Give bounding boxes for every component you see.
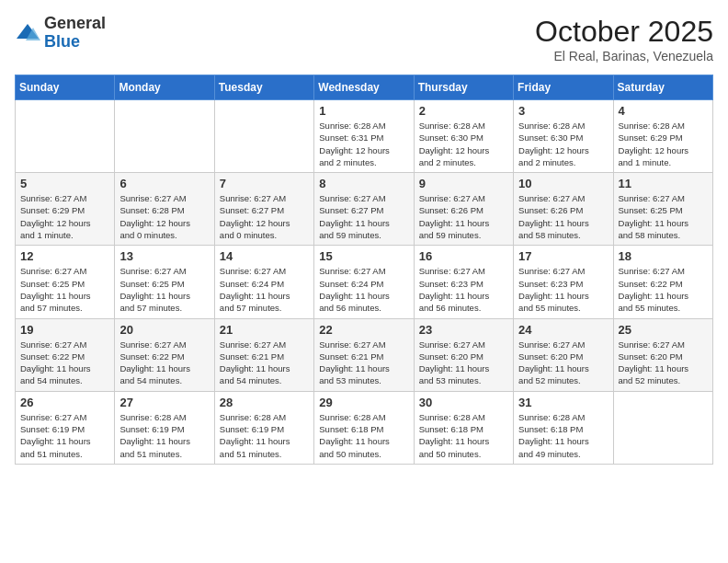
day-number: 15 [319, 249, 408, 263]
calendar-cell: 6Sunrise: 6:27 AM Sunset: 6:28 PM Daylig… [115, 173, 214, 246]
calendar-cell [115, 100, 214, 173]
day-header-tuesday: Tuesday [214, 75, 313, 100]
day-header-monday: Monday [115, 75, 214, 100]
day-number: 27 [119, 396, 209, 409]
calendar-cell: 2Sunrise: 6:28 AM Sunset: 6:30 PM Daylig… [414, 100, 513, 173]
day-info: Sunrise: 6:28 AM Sunset: 6:19 PM Dayligh… [119, 411, 209, 460]
day-info: Sunrise: 6:27 AM Sunset: 6:25 PM Dayligh… [20, 265, 109, 314]
calendar-cell: 20Sunrise: 6:27 AM Sunset: 6:22 PM Dayli… [115, 318, 214, 391]
day-number: 5 [20, 177, 109, 190]
day-info: Sunrise: 6:28 AM Sunset: 6:30 PM Dayligh… [419, 120, 508, 168]
calendar-cell: 22Sunrise: 6:27 AM Sunset: 6:21 PM Dayli… [314, 318, 414, 391]
calendar-header-row: SundayMondayTuesdayWednesdayThursdayFrid… [16, 75, 713, 100]
day-info: Sunrise: 6:28 AM Sunset: 6:18 PM Dayligh… [518, 411, 608, 460]
day-number: 24 [518, 323, 608, 337]
calendar-cell: 26Sunrise: 6:27 AM Sunset: 6:19 PM Dayli… [16, 391, 115, 464]
day-info: Sunrise: 6:28 AM Sunset: 6:18 PM Dayligh… [419, 411, 508, 460]
calendar-week-5: 26Sunrise: 6:27 AM Sunset: 6:19 PM Dayli… [16, 391, 713, 464]
day-number: 31 [518, 396, 608, 409]
day-info: Sunrise: 6:28 AM Sunset: 6:29 PM Dayligh… [619, 120, 708, 168]
day-info: Sunrise: 6:27 AM Sunset: 6:20 PM Dayligh… [619, 339, 708, 387]
day-number: 9 [419, 177, 508, 190]
day-info: Sunrise: 6:27 AM Sunset: 6:22 PM Dayligh… [119, 339, 209, 387]
calendar-cell: 23Sunrise: 6:27 AM Sunset: 6:20 PM Dayli… [414, 318, 513, 391]
day-number: 30 [419, 396, 508, 409]
day-number: 22 [319, 323, 408, 337]
calendar-cell: 29Sunrise: 6:28 AM Sunset: 6:18 PM Dayli… [314, 391, 414, 464]
day-info: Sunrise: 6:27 AM Sunset: 6:19 PM Dayligh… [20, 411, 109, 460]
calendar-cell [16, 100, 115, 173]
calendar-cell: 11Sunrise: 6:27 AM Sunset: 6:25 PM Dayli… [613, 173, 712, 246]
logo-icon [15, 20, 40, 46]
month-title: October 2025 [535, 15, 713, 49]
day-number: 26 [20, 396, 109, 409]
day-number: 7 [220, 177, 309, 190]
day-info: Sunrise: 6:27 AM Sunset: 6:24 PM Dayligh… [220, 265, 309, 314]
calendar-cell: 14Sunrise: 6:27 AM Sunset: 6:24 PM Dayli… [214, 246, 313, 318]
day-info: Sunrise: 6:27 AM Sunset: 6:27 PM Dayligh… [319, 192, 408, 241]
day-info: Sunrise: 6:27 AM Sunset: 6:29 PM Dayligh… [20, 192, 109, 241]
calendar-cell: 18Sunrise: 6:27 AM Sunset: 6:22 PM Dayli… [613, 246, 712, 318]
day-header-sunday: Sunday [16, 75, 115, 100]
day-info: Sunrise: 6:27 AM Sunset: 6:23 PM Dayligh… [518, 265, 608, 314]
calendar-week-1: 1Sunrise: 6:28 AM Sunset: 6:31 PM Daylig… [16, 100, 713, 173]
logo-blue: Blue [44, 33, 106, 52]
day-info: Sunrise: 6:27 AM Sunset: 6:28 PM Dayligh… [119, 192, 209, 241]
day-number: 18 [619, 249, 708, 263]
day-number: 25 [619, 323, 708, 337]
day-number: 8 [319, 177, 408, 190]
calendar-cell: 3Sunrise: 6:28 AM Sunset: 6:30 PM Daylig… [514, 100, 613, 173]
calendar: SundayMondayTuesdayWednesdayThursdayFrid… [15, 75, 713, 465]
day-number: 1 [319, 104, 408, 118]
day-number: 28 [220, 396, 309, 409]
day-number: 13 [119, 249, 209, 263]
day-number: 4 [619, 104, 708, 118]
logo: General Blue [15, 15, 106, 52]
day-info: Sunrise: 6:27 AM Sunset: 6:26 PM Dayligh… [518, 192, 608, 241]
calendar-cell: 31Sunrise: 6:28 AM Sunset: 6:18 PM Dayli… [514, 391, 613, 464]
day-info: Sunrise: 6:27 AM Sunset: 6:25 PM Dayligh… [619, 192, 708, 241]
calendar-cell [214, 100, 313, 173]
day-number: 11 [619, 177, 708, 190]
day-info: Sunrise: 6:27 AM Sunset: 6:27 PM Dayligh… [220, 192, 309, 241]
day-info: Sunrise: 6:27 AM Sunset: 6:20 PM Dayligh… [518, 339, 608, 387]
day-number: 19 [20, 323, 109, 337]
calendar-cell: 15Sunrise: 6:27 AM Sunset: 6:24 PM Dayli… [314, 246, 414, 318]
day-info: Sunrise: 6:28 AM Sunset: 6:18 PM Dayligh… [319, 411, 408, 460]
day-number: 3 [518, 104, 608, 118]
day-number: 29 [319, 396, 408, 409]
logo-general: General [44, 15, 106, 33]
day-number: 16 [419, 249, 508, 263]
location: El Real, Barinas, Venezuela [535, 49, 713, 63]
day-number: 17 [518, 249, 608, 263]
day-header-friday: Friday [514, 75, 613, 100]
calendar-cell: 27Sunrise: 6:28 AM Sunset: 6:19 PM Dayli… [115, 391, 214, 464]
calendar-cell: 16Sunrise: 6:27 AM Sunset: 6:23 PM Dayli… [414, 246, 513, 318]
day-info: Sunrise: 6:28 AM Sunset: 6:19 PM Dayligh… [220, 411, 309, 460]
day-info: Sunrise: 6:27 AM Sunset: 6:22 PM Dayligh… [20, 339, 109, 387]
day-info: Sunrise: 6:28 AM Sunset: 6:31 PM Dayligh… [319, 120, 408, 168]
calendar-cell: 19Sunrise: 6:27 AM Sunset: 6:22 PM Dayli… [16, 318, 115, 391]
day-info: Sunrise: 6:27 AM Sunset: 6:21 PM Dayligh… [319, 339, 408, 387]
day-number: 14 [220, 249, 309, 263]
calendar-cell: 4Sunrise: 6:28 AM Sunset: 6:29 PM Daylig… [613, 100, 712, 173]
calendar-cell: 7Sunrise: 6:27 AM Sunset: 6:27 PM Daylig… [214, 173, 313, 246]
day-info: Sunrise: 6:27 AM Sunset: 6:21 PM Dayligh… [220, 339, 309, 387]
day-number: 10 [518, 177, 608, 190]
day-header-saturday: Saturday [613, 75, 712, 100]
day-info: Sunrise: 6:27 AM Sunset: 6:24 PM Dayligh… [319, 265, 408, 314]
calendar-cell: 9Sunrise: 6:27 AM Sunset: 6:26 PM Daylig… [414, 173, 513, 246]
calendar-week-3: 12Sunrise: 6:27 AM Sunset: 6:25 PM Dayli… [16, 246, 713, 318]
title-section: October 2025 El Real, Barinas, Venezuela [535, 15, 713, 63]
calendar-cell: 30Sunrise: 6:28 AM Sunset: 6:18 PM Dayli… [414, 391, 513, 464]
calendar-cell: 24Sunrise: 6:27 AM Sunset: 6:20 PM Dayli… [514, 318, 613, 391]
day-number: 2 [419, 104, 508, 118]
calendar-cell: 8Sunrise: 6:27 AM Sunset: 6:27 PM Daylig… [314, 173, 414, 246]
day-header-wednesday: Wednesday [314, 75, 414, 100]
calendar-cell: 10Sunrise: 6:27 AM Sunset: 6:26 PM Dayli… [514, 173, 613, 246]
day-header-thursday: Thursday [414, 75, 513, 100]
day-number: 12 [20, 249, 109, 263]
day-info: Sunrise: 6:27 AM Sunset: 6:20 PM Dayligh… [419, 339, 508, 387]
day-number: 20 [119, 323, 209, 337]
day-number: 6 [119, 177, 209, 190]
